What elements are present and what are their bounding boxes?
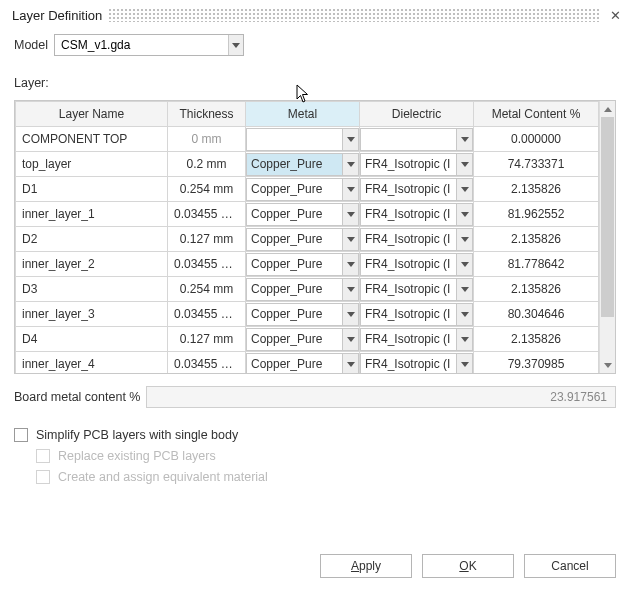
cancel-button[interactable]: Cancel bbox=[524, 554, 616, 578]
cell-layer-name[interactable]: D1 bbox=[16, 182, 167, 196]
dielectric-dropdown-arrow[interactable] bbox=[456, 129, 472, 150]
metal-dropdown[interactable] bbox=[246, 128, 359, 151]
col-header-pct[interactable]: Metal Content % bbox=[474, 102, 599, 127]
cell-pct[interactable]: 80.304646 bbox=[474, 307, 598, 321]
cell-thickness[interactable]: 0.127 mm bbox=[168, 232, 245, 246]
table-row[interactable]: inner_layer_30.03455 mmCopper_PureFR4_Is… bbox=[16, 302, 599, 327]
cell-layer-name[interactable]: D4 bbox=[16, 332, 167, 346]
dielectric-dropdown-arrow[interactable] bbox=[456, 154, 472, 175]
cell-layer-name[interactable]: COMPONENT TOP bbox=[16, 132, 167, 146]
metal-dropdown[interactable]: Copper_Pure bbox=[246, 303, 359, 326]
model-dropdown-arrow[interactable] bbox=[228, 35, 243, 55]
col-header-thickness[interactable]: Thickness bbox=[168, 102, 246, 127]
metal-dropdown-arrow[interactable] bbox=[342, 279, 358, 300]
dielectric-dropdown[interactable]: FR4_Isotropic (I bbox=[360, 353, 473, 374]
metal-dropdown-arrow[interactable] bbox=[342, 154, 358, 175]
metal-dropdown-arrow[interactable] bbox=[342, 129, 358, 150]
cell-pct[interactable]: 79.370985 bbox=[474, 357, 598, 371]
table-row[interactable]: D30.254 mmCopper_PureFR4_Isotropic (I2.1… bbox=[16, 277, 599, 302]
metal-dropdown-arrow[interactable] bbox=[342, 179, 358, 200]
metal-dropdown[interactable]: Copper_Pure bbox=[246, 328, 359, 351]
cell-thickness[interactable]: 0.254 mm bbox=[168, 182, 245, 196]
table-row[interactable]: inner_layer_20.03455 mmCopper_PureFR4_Is… bbox=[16, 252, 599, 277]
cell-pct[interactable]: 2.135826 bbox=[474, 332, 598, 346]
cell-pct[interactable]: 2.135826 bbox=[474, 232, 598, 246]
cell-layer-name[interactable]: D2 bbox=[16, 232, 167, 246]
scroll-up-button[interactable] bbox=[600, 101, 615, 117]
cell-layer-name[interactable]: inner_layer_1 bbox=[16, 207, 167, 221]
table-row[interactable]: D40.127 mmCopper_PureFR4_Isotropic (I2.1… bbox=[16, 327, 599, 352]
simplify-checkbox-row[interactable]: Simplify PCB layers with single body bbox=[14, 428, 616, 442]
dielectric-dropdown[interactable]: FR4_Isotropic (I bbox=[360, 203, 473, 226]
table-row[interactable]: D20.127 mmCopper_PureFR4_Isotropic (I2.1… bbox=[16, 227, 599, 252]
metal-dropdown-arrow[interactable] bbox=[342, 204, 358, 225]
col-header-name[interactable]: Layer Name bbox=[16, 102, 168, 127]
scroll-down-button[interactable] bbox=[600, 357, 615, 373]
cell-thickness[interactable]: 0.03455 mm bbox=[168, 307, 245, 321]
close-button[interactable]: ✕ bbox=[606, 6, 624, 24]
dielectric-dropdown[interactable]: FR4_Isotropic (I bbox=[360, 153, 473, 176]
cell-pct[interactable]: 0.000000 bbox=[474, 132, 598, 146]
metal-dropdown[interactable]: Copper_Pure bbox=[246, 353, 359, 374]
cell-thickness[interactable]: 0.03455 mm bbox=[168, 257, 245, 271]
metal-dropdown-arrow[interactable] bbox=[342, 229, 358, 250]
apply-button[interactable]: Apply bbox=[320, 554, 412, 578]
table-row[interactable]: COMPONENT TOP0 mm0.000000 bbox=[16, 127, 599, 152]
table-row[interactable]: D10.254 mmCopper_PureFR4_Isotropic (I2.1… bbox=[16, 177, 599, 202]
cell-thickness[interactable]: 0.03455 mm bbox=[168, 357, 245, 371]
dielectric-dropdown[interactable]: FR4_Isotropic (I bbox=[360, 253, 473, 276]
metal-dropdown-arrow[interactable] bbox=[342, 304, 358, 325]
simplify-checkbox[interactable] bbox=[14, 428, 28, 442]
dielectric-dropdown-arrow[interactable] bbox=[456, 179, 472, 200]
dielectric-dropdown[interactable]: FR4_Isotropic (I bbox=[360, 303, 473, 326]
cell-pct[interactable]: 81.962552 bbox=[474, 207, 598, 221]
cell-thickness[interactable]: 0.03455 mm bbox=[168, 207, 245, 221]
dielectric-dropdown-arrow[interactable] bbox=[456, 354, 472, 374]
vertical-scrollbar[interactable] bbox=[599, 101, 615, 373]
dielectric-dropdown[interactable]: FR4_Isotropic (I bbox=[360, 228, 473, 251]
cell-pct[interactable]: 74.733371 bbox=[474, 157, 598, 171]
cell-layer-name[interactable]: inner_layer_2 bbox=[16, 257, 167, 271]
cell-thickness[interactable]: 0.254 mm bbox=[168, 282, 245, 296]
metal-dropdown-arrow[interactable] bbox=[342, 254, 358, 275]
cell-thickness[interactable]: 0.2 mm bbox=[168, 157, 245, 171]
table-row[interactable]: top_layer0.2 mmCopper_PureFR4_Isotropic … bbox=[16, 152, 599, 177]
metal-dropdown-arrow[interactable] bbox=[342, 329, 358, 350]
dielectric-dropdown-arrow[interactable] bbox=[456, 279, 472, 300]
dielectric-dropdown[interactable]: FR4_Isotropic (I bbox=[360, 328, 473, 351]
dielectric-dropdown-arrow[interactable] bbox=[456, 329, 472, 350]
cell-pct[interactable]: 81.778642 bbox=[474, 257, 598, 271]
cell-pct[interactable]: 2.135826 bbox=[474, 182, 598, 196]
dielectric-dropdown[interactable]: FR4_Isotropic (I bbox=[360, 178, 473, 201]
col-header-metal[interactable]: Metal bbox=[246, 102, 360, 127]
metal-dropdown[interactable]: Copper_Pure bbox=[246, 278, 359, 301]
model-combobox[interactable] bbox=[54, 34, 244, 56]
metal-dropdown[interactable]: Copper_Pure bbox=[246, 253, 359, 276]
cell-thickness[interactable]: 0 mm bbox=[168, 132, 245, 146]
model-input[interactable] bbox=[55, 35, 228, 55]
metal-dropdown[interactable]: Copper_Pure bbox=[246, 203, 359, 226]
drag-region[interactable] bbox=[108, 8, 600, 22]
metal-dropdown[interactable]: Copper_Pure bbox=[246, 153, 359, 176]
dielectric-dropdown-arrow[interactable] bbox=[456, 304, 472, 325]
cell-layer-name[interactable]: D3 bbox=[16, 282, 167, 296]
table-row[interactable]: inner_layer_40.03455 mmCopper_PureFR4_Is… bbox=[16, 352, 599, 374]
cell-pct[interactable]: 2.135826 bbox=[474, 282, 598, 296]
cell-layer-name[interactable]: inner_layer_4 bbox=[16, 357, 167, 371]
table-row[interactable]: inner_layer_10.03455 mmCopper_PureFR4_Is… bbox=[16, 202, 599, 227]
col-header-dielectric[interactable]: Dielectric bbox=[360, 102, 474, 127]
cell-thickness[interactable]: 0.127 mm bbox=[168, 332, 245, 346]
ok-button[interactable]: OK bbox=[422, 554, 514, 578]
metal-value: Copper_Pure bbox=[247, 332, 342, 346]
metal-dropdown[interactable]: Copper_Pure bbox=[246, 178, 359, 201]
metal-dropdown[interactable]: Copper_Pure bbox=[246, 228, 359, 251]
dielectric-dropdown[interactable]: FR4_Isotropic (I bbox=[360, 278, 473, 301]
cell-layer-name[interactable]: inner_layer_3 bbox=[16, 307, 167, 321]
dielectric-dropdown[interactable] bbox=[360, 128, 473, 151]
metal-dropdown-arrow[interactable] bbox=[342, 354, 358, 374]
scroll-thumb[interactable] bbox=[601, 117, 614, 317]
dielectric-dropdown-arrow[interactable] bbox=[456, 229, 472, 250]
dielectric-dropdown-arrow[interactable] bbox=[456, 254, 472, 275]
dielectric-dropdown-arrow[interactable] bbox=[456, 204, 472, 225]
cell-layer-name[interactable]: top_layer bbox=[16, 157, 167, 171]
